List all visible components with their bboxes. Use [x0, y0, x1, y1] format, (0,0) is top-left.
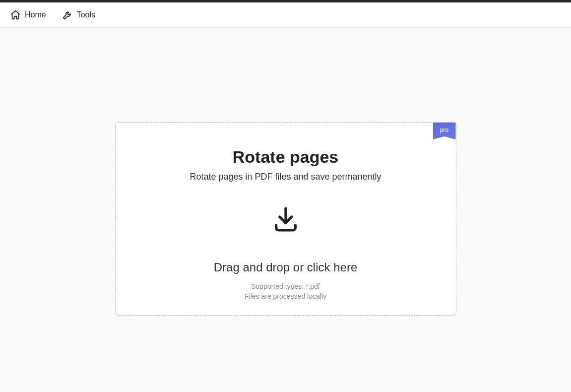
pro-badge: pro: [433, 123, 456, 139]
page-title: Rotate pages: [233, 147, 339, 167]
main-content: pro Rotate pages Rotate pages in PDF fil…: [0, 28, 571, 392]
download-icon: [271, 205, 300, 236]
nav-home-label: Home: [25, 10, 46, 19]
home-icon: [10, 9, 21, 20]
privacy-note: Files are processed locally: [245, 292, 326, 300]
file-dropzone[interactable]: pro Rotate pages Rotate pages in PDF fil…: [115, 122, 456, 316]
nav-tools-label: Tools: [77, 10, 95, 19]
navbar: Home Tools: [0, 2, 571, 28]
drop-instruction: Drag and drop or click here: [214, 261, 357, 274]
supported-types: Supported types: *.pdf: [251, 282, 320, 290]
page-subtitle: Rotate pages in PDF files and save perma…: [190, 172, 381, 182]
pro-badge-label: pro: [440, 127, 448, 133]
wrench-icon: [62, 9, 73, 20]
nav-home[interactable]: Home: [10, 9, 46, 20]
nav-tools[interactable]: Tools: [62, 9, 95, 20]
